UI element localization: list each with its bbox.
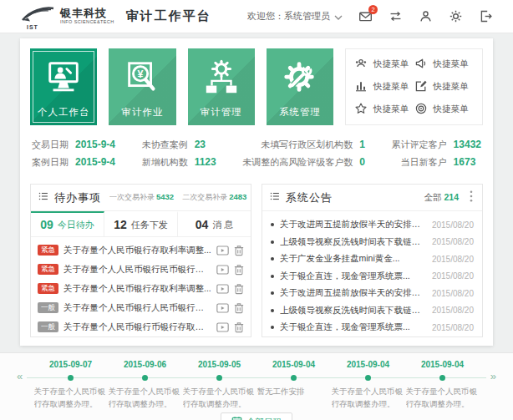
announcement-item[interactable]: 上级领导视察反洗钱时间表下载链接... 2015/08/20 xyxy=(271,302,474,320)
settings-button[interactable] xyxy=(448,9,463,24)
workbench-monitor-icon xyxy=(30,58,97,97)
tab-today-todo[interactable]: 09 今日待办 xyxy=(31,211,104,236)
quick-menu-item-edit[interactable]: 快捷菜单 xyxy=(414,79,474,94)
stats-bar: 交易日期 2015-9-4 案例日期 2015-9-4 未协查案例 23 新增机… xyxy=(30,139,483,172)
tab-task-dispatch[interactable]: 12 任务下发 xyxy=(104,211,178,236)
counter-second-entry: 二次交易补录2483 xyxy=(182,192,246,203)
user-button[interactable] xyxy=(418,9,433,24)
stat-value: 2015-9-4 xyxy=(75,139,115,151)
stat-value: 1673 xyxy=(454,156,481,169)
announcement-title: 关于改进周五提前放假半天的安排通知... xyxy=(280,219,426,230)
timeline-next-arrow[interactable]: » xyxy=(490,371,496,382)
announcement-item[interactable]: 关于改进周五提前放假半天的安排通知... 2015/08/20 xyxy=(271,285,474,302)
timeline-event[interactable]: 2015-09-06 关于存量个人民币银行存取调整办理。 xyxy=(108,360,182,411)
quick-menu-item-favorite[interactable]: 快捷菜单 xyxy=(354,102,414,117)
user-menu[interactable]: 欢迎您：系统管理员 xyxy=(247,10,343,23)
timeline-event-date: 2015-09-04 xyxy=(272,360,315,372)
todo-panel-title: 待办事项 xyxy=(54,190,101,205)
stat-label: 未填写行政区划机构数 xyxy=(242,139,353,151)
timeline-event[interactable]: 2015-09-05 关于存量个人民币银行存取调整办理。 xyxy=(182,360,256,411)
stat-label: 新增机构数 xyxy=(142,156,188,169)
bullet-icon xyxy=(271,275,274,278)
stat-value: 1 xyxy=(359,139,365,151)
todo-item-title: 关于存量个人民币银行存取利率调整... xyxy=(63,283,211,295)
stat-value: 13432 xyxy=(454,139,481,151)
forward-icon[interactable] xyxy=(216,245,229,256)
todo-item[interactable]: 一般 关于存量个人民币银行人民币银行存取利率调整... xyxy=(38,298,244,317)
todo-item-title: 关于存量个人民币银行存取利率调整... xyxy=(63,245,211,256)
timeline-event-date: 2015-09-04 xyxy=(347,360,389,372)
stat-value: 0 xyxy=(359,156,365,169)
logout-button[interactable] xyxy=(478,9,493,24)
delete-icon[interactable] xyxy=(234,283,244,295)
announcement-title: 上级领导视察反洗钱时间表下载链接... xyxy=(280,236,426,248)
timeline-dot xyxy=(439,375,445,381)
svg-text:¥: ¥ xyxy=(138,68,144,80)
todo-list: 紧急 关于存量个人民币银行存取利率调整... 紧急 关于存量个人人民币银行民币银… xyxy=(31,237,251,337)
timeline-event[interactable]: 2015-09-07 关于存量个人民币银行存取调整办理。 xyxy=(33,360,108,411)
stat-label: 当日新客户 xyxy=(392,156,447,169)
nav-card-personal-workbench[interactable]: 个人工作台 xyxy=(30,48,97,125)
system-manage-icon xyxy=(267,58,333,97)
announcement-item[interactable]: 关于银企直连，现金管理系统票... 2015/08/20 xyxy=(271,319,474,337)
welcome-text: 欢迎您：系统管理员 xyxy=(247,10,330,23)
announcement-item[interactable]: 上级领导视察反洗钱时间表下载链接... 2015/08/20 xyxy=(271,234,474,251)
page-title: 审计工作平台 xyxy=(126,8,211,24)
all-schedule-button[interactable]: 全部日程 xyxy=(221,412,292,420)
bullet-icon xyxy=(271,257,274,261)
nav-card-system-management[interactable]: 系统管理 xyxy=(267,48,333,125)
todo-tabs: 09 今日待办 12 任务下发 04 消 息 xyxy=(31,211,251,237)
quick-menu-item-target[interactable]: 快捷菜单 xyxy=(414,102,474,117)
edit-icon xyxy=(414,79,428,94)
stat-label: 案例日期 xyxy=(32,156,69,169)
todo-item[interactable]: 紧急 关于存量个人民币银行存取利率调整... xyxy=(38,240,244,260)
forward-icon[interactable] xyxy=(216,303,229,313)
mail-button[interactable]: 2 xyxy=(358,9,373,24)
forward-icon[interactable] xyxy=(216,322,229,332)
announcement-title: 关于广发金业务挂盘mini黄金... xyxy=(280,253,426,265)
todo-item[interactable]: 紧急 关于存量个人人民币银行民币银行存取利率调整... xyxy=(38,260,244,279)
announcement-title: 关于改进周五提前放假半天的安排通知... xyxy=(280,287,426,299)
megaphone-icon xyxy=(414,57,428,72)
announcement-item[interactable]: 关于银企直连，现金管理系统票... 2015/08/20 xyxy=(271,268,474,286)
company-name: 银丰科技 xyxy=(60,8,114,18)
timeline-event[interactable]: 2015-09-04 关于存量个人民币银行存取调整办理。 xyxy=(331,360,405,411)
tab-messages[interactable]: 04 消 息 xyxy=(178,211,251,236)
app-header: IST 银丰科技 INFO SCIENCE&TECH 审计工作平台 欢迎您：系统… xyxy=(0,0,513,33)
delete-icon[interactable] xyxy=(234,245,244,256)
announcement-date: 2015/08/20 xyxy=(432,289,474,298)
timeline-event[interactable]: 2015-09-04 暂无工作安排 xyxy=(256,360,331,411)
todo-item-title: 关于存量个人民币银行币银行存取利率调整... xyxy=(63,321,211,333)
main-panel: 个人工作台 ¥ 审计作业 xyxy=(20,38,493,346)
todo-item[interactable]: 紧急 关于存量个人民币银行存取利率调整... xyxy=(38,279,244,298)
todo-item[interactable]: 一般 关于存量个人民币银行币银行存取利率调整... xyxy=(38,317,244,337)
view-all-link[interactable]: 全部 214 xyxy=(424,192,459,204)
timeline-event[interactable]: 2015-09-04 关于存量个人民币银行存取调整办理。 xyxy=(405,360,480,411)
forward-icon[interactable] xyxy=(216,265,229,275)
timeline-event-text: 关于存量个人民币银行存取调整办理。 xyxy=(34,386,108,411)
announcement-item[interactable]: 关于改进周五提前放假半天的安排通知... 2015/08/20 xyxy=(271,216,474,234)
nav-card-audit-management[interactable]: 审计管理 xyxy=(188,48,255,125)
delete-icon[interactable] xyxy=(234,302,244,314)
quick-menu-item-report[interactable]: 快捷菜单 xyxy=(354,79,414,94)
quick-menu-panel: 快捷菜单 快捷菜单 快捷菜单 快捷菜单 快捷菜单 快捷菜单 xyxy=(345,48,483,125)
nav-card-audit-operations[interactable]: ¥ 审计作业 xyxy=(109,48,175,125)
timeline-event-text: 关于存量个人民币银行存取调整办理。 xyxy=(109,386,182,411)
stat-label: 未协查案例 xyxy=(142,139,188,151)
bullet-icon xyxy=(271,291,274,295)
target-icon xyxy=(414,102,428,117)
timeline-prev-arrow[interactable]: « xyxy=(17,371,23,382)
todo-item-title: 关于存量个人人民币银行民币银行存取利率调整... xyxy=(63,264,211,276)
star-icon xyxy=(354,102,368,117)
announcement-item[interactable]: 关于广发金业务挂盘mini黄金... 2015/08/20 xyxy=(271,250,474,268)
delete-icon[interactable] xyxy=(234,321,244,333)
forward-icon[interactable] xyxy=(216,284,229,294)
timeline-event-text: 关于存量个人民币银行存取调整办理。 xyxy=(183,386,256,411)
announcement-list: 关于改进周五提前放假半天的安排通知... 2015/08/20 上级领导视察反洗… xyxy=(262,211,482,337)
timeline-event-text: 关于存量个人民币银行存取调整办理。 xyxy=(332,386,405,411)
quick-menu-item-users[interactable]: 快捷菜单 xyxy=(354,57,414,72)
delete-icon[interactable] xyxy=(234,264,244,276)
more-vert-icon[interactable] xyxy=(467,189,475,207)
quick-menu-item-announce[interactable]: 快捷菜单 xyxy=(414,57,474,72)
swap-button[interactable] xyxy=(388,9,403,24)
